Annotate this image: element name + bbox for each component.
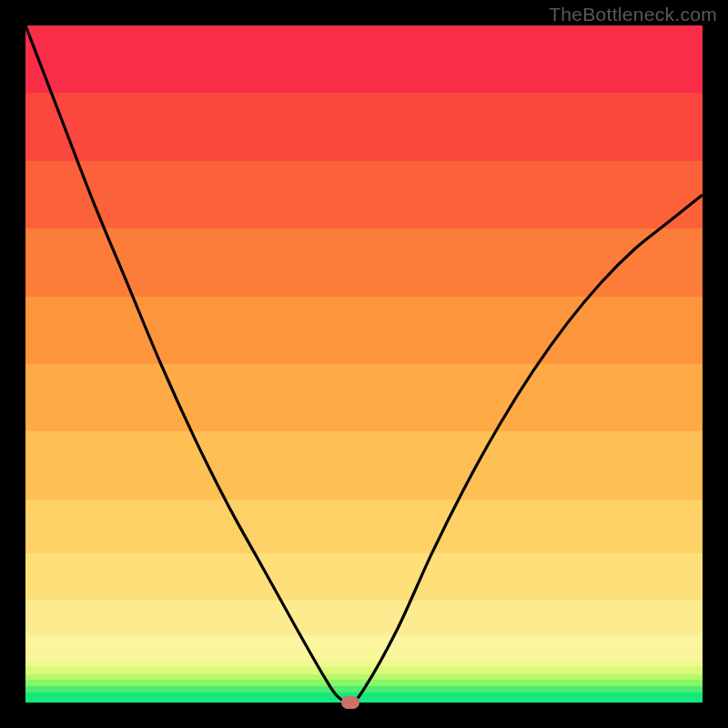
optimum-marker [341,696,359,709]
plot-area [25,25,703,703]
watermark-text: TheBottleneck.com [549,4,717,25]
chart-frame: TheBottleneck.com [0,0,728,728]
bottleneck-curve [25,25,703,703]
